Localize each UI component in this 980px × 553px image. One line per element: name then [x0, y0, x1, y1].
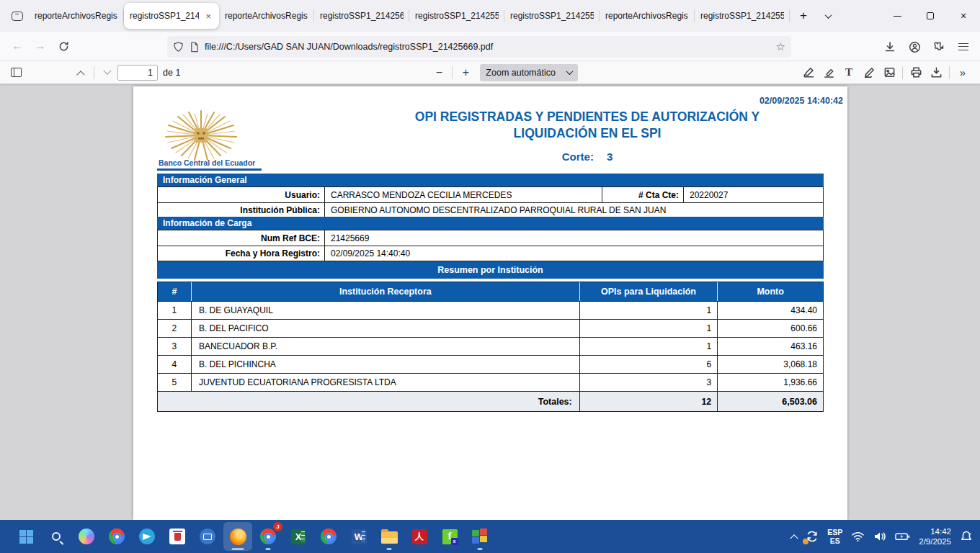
page-count-label: de 1 [163, 68, 180, 78]
chevron-down-icon [824, 12, 832, 19]
image-icon [883, 66, 896, 78]
cell-opis: 3 [580, 374, 718, 391]
more-tools-button[interactable]: » [953, 63, 973, 82]
table-row-institucion: Institución Pública: GOBIERNO AUTONOMO D… [158, 202, 823, 217]
chrome-button[interactable] [102, 522, 131, 551]
tab-reportearchivos-2[interactable]: reporteArchivosRegis [219, 3, 314, 29]
print-button[interactable] [906, 63, 926, 82]
signature-button[interactable] [798, 63, 819, 82]
url-text[interactable]: file:///C:/Users/GAD SAN JUAN/Downloads/… [205, 42, 770, 52]
notification-bell-icon: z [960, 530, 973, 543]
highlight-button[interactable] [819, 63, 839, 82]
tab-registrossp1-4[interactable]: registroSSP1_214255 [504, 3, 600, 29]
back-button[interactable]: ← [6, 35, 29, 57]
cell-opis: 6 [580, 356, 718, 373]
bank-app-button[interactable]: f [435, 522, 464, 551]
tab-registrossp1-2[interactable]: registroSSP1_214256 [314, 3, 409, 29]
running-indicator [266, 548, 271, 550]
language-top: ESP [827, 528, 842, 536]
cell-institucion: B. DE GUAYAQUIL [192, 302, 580, 319]
forward-button[interactable]: → [29, 35, 52, 57]
start-button[interactable] [12, 522, 40, 551]
page-number-input[interactable] [117, 65, 158, 81]
acrobat-button[interactable]: 人 [405, 522, 434, 551]
firefox-button[interactable] [223, 522, 252, 551]
telegram-button[interactable] [133, 522, 161, 551]
sync-tray-button[interactable] [801, 522, 823, 551]
uninstaller-button[interactable] [163, 522, 192, 551]
tab-title: reporteArchivosRegis [35, 11, 118, 21]
chrome-profile-button[interactable]: J [254, 522, 282, 551]
puzzle-icon [933, 41, 945, 53]
show-hidden-icons-button[interactable] [787, 522, 801, 551]
volume-button[interactable] [869, 522, 891, 551]
tab-title: registroSSP1_214255 [700, 11, 784, 21]
previous-page-button[interactable] [71, 63, 91, 82]
tray-time: 14:42 [930, 526, 951, 536]
next-page-button[interactable] [97, 63, 117, 82]
acrobat-icon: 人 [412, 529, 427, 544]
search-button[interactable] [42, 522, 71, 551]
notification-center-button[interactable]: z [956, 522, 977, 551]
remote-desktop-button[interactable] [193, 522, 222, 551]
tab-registrossp1-3[interactable]: registroSSP1_214255 [409, 3, 504, 29]
menu-button[interactable] [951, 36, 976, 58]
save-button[interactable] [926, 63, 946, 82]
minimize-button[interactable] [881, 0, 914, 32]
monitor-icon [200, 529, 215, 544]
speaker-icon [873, 531, 886, 542]
close-tab-icon[interactable]: × [203, 10, 213, 22]
word-button[interactable]: W [344, 522, 373, 551]
chevron-down-icon [566, 68, 574, 75]
usuario-label: Usuario: [158, 187, 325, 202]
column-header-institucion: Institución Receptora [192, 282, 580, 301]
clock[interactable]: 14:42 2/9/2025 [914, 522, 956, 551]
zoom-select[interactable]: Zoom automático [480, 64, 578, 81]
chevron-up-icon [790, 534, 798, 542]
sidebar-icon [11, 68, 22, 77]
downloads-icon [884, 41, 896, 53]
close-window-button[interactable]: × [947, 0, 980, 32]
cell-institucion: JUVENTUD ECUATORIANA PROGRESISTA LTDA [192, 374, 580, 391]
text-tool-button[interactable]: T [839, 63, 859, 82]
list-all-tabs-button[interactable] [817, 5, 839, 27]
column-header-monto: Monto [718, 282, 823, 301]
copilot-icon [79, 529, 94, 544]
numref-value: 21425669 [325, 230, 823, 246]
bookmark-star-icon[interactable]: ☆ [776, 40, 785, 53]
pdf-viewer[interactable]: 02/09/2025 14:40:42 Banco Central del Ec… [0, 84, 980, 520]
draw-button[interactable] [859, 63, 879, 82]
blocks-app-button[interactable] [466, 522, 494, 551]
column-header-num: # [158, 282, 192, 301]
highlighter-icon [823, 66, 835, 78]
battery-button[interactable] [891, 522, 914, 551]
zoom-in-button[interactable]: + [455, 63, 476, 82]
account-button[interactable] [902, 36, 927, 58]
cell-num: 1 [158, 302, 192, 319]
maximize-button[interactable] [914, 0, 947, 32]
tab-registrossp1-5[interactable]: registroSSP1_214255 [695, 3, 790, 29]
zoom-select-label: Zoom automático [486, 68, 556, 78]
chrome-app-button[interactable] [314, 522, 343, 551]
downloads-button[interactable] [878, 36, 902, 58]
chevron-down-icon [103, 66, 111, 74]
add-image-button[interactable] [879, 63, 899, 82]
copilot-button[interactable] [72, 522, 101, 551]
new-tab-button[interactable]: + [793, 5, 814, 27]
firefox-view-button[interactable] [6, 5, 29, 27]
tab-reportearchivos-3[interactable]: reporteArchivosRegis [600, 3, 695, 29]
url-bar[interactable]: file:///C:/Users/GAD SAN JUAN/Downloads/… [167, 36, 791, 58]
toggle-sidebar-button[interactable] [6, 63, 26, 82]
chevron-up-icon [76, 71, 84, 78]
language-indicator[interactable]: ESP ES [823, 522, 847, 551]
divider [902, 66, 903, 79]
file-explorer-button[interactable] [375, 522, 404, 551]
zoom-out-button[interactable]: − [429, 63, 449, 82]
wifi-button[interactable] [847, 522, 869, 551]
cell-num: 3 [158, 338, 192, 355]
reload-button[interactable] [52, 35, 75, 57]
tab-reportearchivos-1[interactable]: reporteArchivosRegis [29, 3, 124, 29]
excel-button[interactable]: X [284, 522, 313, 551]
extensions-button[interactable] [927, 36, 951, 58]
tab-registrossp1-active[interactable]: registroSSP1_2142 × [124, 3, 219, 29]
